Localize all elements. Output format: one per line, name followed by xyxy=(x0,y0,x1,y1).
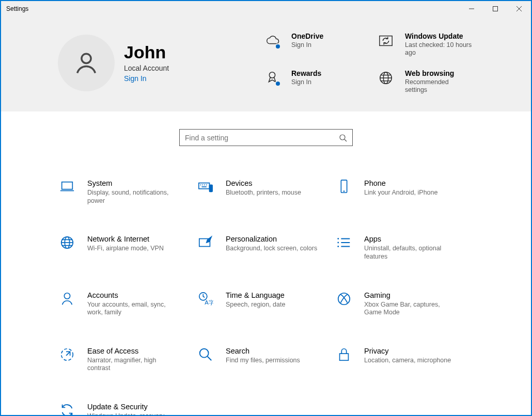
svg-point-6 xyxy=(269,72,275,78)
category-personalization[interactable]: PersonalizationBackground, lock screen, … xyxy=(197,235,335,261)
xbox-icon xyxy=(335,291,353,307)
svg-line-38 xyxy=(66,351,70,356)
tile-subtitle: Sign In xyxy=(291,41,323,49)
category-title: System xyxy=(87,179,180,187)
profile-signin-link[interactable]: Sign In xyxy=(124,74,169,83)
category-phone[interactable]: PhoneLink your Android, iPhone xyxy=(335,179,474,205)
magnifier-icon xyxy=(197,347,214,362)
category-time-language[interactable]: A字 Time & LanguageSpeech, region, date xyxy=(197,291,335,317)
globe-icon xyxy=(58,235,76,250)
tile-subtitle: Recommended settings xyxy=(405,78,472,94)
search-wrapper xyxy=(1,111,531,146)
cloud-icon xyxy=(262,32,282,49)
category-subtitle: Wi-Fi, airplane mode, VPN xyxy=(87,245,164,253)
category-subtitle: Location, camera, microphone xyxy=(364,357,451,365)
profile-subtitle: Local Account xyxy=(124,64,169,72)
header-panel: John Local Account Sign In OneDrive Sign… xyxy=(1,17,531,111)
category-network[interactable]: Network & InternetWi-Fi, airplane mode, … xyxy=(58,235,197,261)
category-subtitle: Link your Android, iPhone xyxy=(364,189,437,197)
tile-title: Windows Update xyxy=(405,32,472,40)
phone-icon xyxy=(335,179,353,195)
window-controls xyxy=(460,1,531,17)
svg-rect-14 xyxy=(199,183,210,189)
minimize-button[interactable] xyxy=(460,1,483,17)
svg-rect-1 xyxy=(493,7,498,11)
category-title: Update & Security xyxy=(87,403,180,411)
lock-icon xyxy=(335,347,353,362)
categories-grid: SystemDisplay, sound, notifications, pow… xyxy=(1,146,531,416)
svg-rect-5 xyxy=(380,36,392,46)
globe-icon xyxy=(376,69,396,86)
sync-icon xyxy=(58,403,76,416)
category-title: Ease of Access xyxy=(87,347,180,355)
titlebar: Settings xyxy=(1,1,531,17)
svg-rect-12 xyxy=(62,182,73,189)
category-subtitle: Narrator, magnifier, high contrast xyxy=(87,357,180,373)
category-update-security[interactable]: Update & SecurityWindows Update, recover… xyxy=(58,403,197,416)
category-title: Network & Internet xyxy=(87,235,164,243)
category-apps[interactable]: AppsUninstall, defaults, optional featur… xyxy=(335,235,474,261)
keyboard-icon xyxy=(197,179,214,195)
tile-title: Web browsing xyxy=(405,69,472,77)
svg-point-10 xyxy=(340,135,345,140)
tile-subtitle: Sign In xyxy=(291,78,321,86)
window-title: Settings xyxy=(1,5,28,12)
search-box[interactable] xyxy=(179,129,353,146)
category-subtitle: Windows Update, recovery, backup xyxy=(87,412,180,416)
category-subtitle: Background, lock screen, colors xyxy=(226,245,317,253)
time-language-icon: A字 xyxy=(197,291,214,307)
category-search[interactable]: SearchFind my files, permissions xyxy=(197,347,335,373)
category-system[interactable]: SystemDisplay, sound, notifications, pow… xyxy=(58,179,197,205)
category-subtitle: Xbox Game Bar, captures, Game Mode xyxy=(364,301,457,317)
profile-name: John xyxy=(124,43,169,62)
avatar xyxy=(58,35,115,91)
close-button[interactable] xyxy=(507,1,531,17)
person-icon xyxy=(73,50,100,76)
search-icon xyxy=(339,134,347,142)
tile-onedrive[interactable]: OneDrive Sign In xyxy=(262,32,371,57)
update-icon xyxy=(376,32,396,49)
tile-title: Rewards xyxy=(291,69,321,77)
category-subtitle: Uninstall, defaults, optional features xyxy=(364,245,457,261)
category-title: Phone xyxy=(364,179,437,187)
svg-text:A字: A字 xyxy=(205,299,213,306)
settings-window: Settings John Local Acco xyxy=(0,0,532,416)
tile-title: OneDrive xyxy=(291,32,323,40)
search-input[interactable] xyxy=(185,134,339,142)
category-title: Gaming xyxy=(364,291,457,299)
svg-point-39 xyxy=(200,349,209,358)
status-tiles: OneDrive Sign In Windows Update Last che… xyxy=(262,32,484,94)
laptop-icon xyxy=(58,179,76,195)
category-devices[interactable]: DevicesBluetooth, printers, mouse xyxy=(197,179,335,205)
category-title: Accounts xyxy=(87,291,180,299)
category-subtitle: Find my files, permissions xyxy=(226,357,300,365)
svg-point-4 xyxy=(82,54,91,63)
svg-rect-20 xyxy=(210,185,213,191)
accessibility-icon xyxy=(58,347,76,362)
category-privacy[interactable]: PrivacyLocation, camera, microphone xyxy=(335,347,474,373)
category-gaming[interactable]: GamingXbox Game Bar, captures, Game Mode xyxy=(335,291,474,317)
rewards-icon xyxy=(262,69,282,86)
category-ease-of-access[interactable]: Ease of AccessNarrator, magnifier, high … xyxy=(58,347,197,373)
tile-web-browsing[interactable]: Web browsing Recommended settings xyxy=(376,69,484,94)
category-title: Search xyxy=(226,347,300,355)
tile-rewards[interactable]: Rewards Sign In xyxy=(262,69,371,94)
category-subtitle: Bluetooth, printers, mouse xyxy=(226,189,301,197)
tile-windows-update[interactable]: Windows Update Last checked: 10 hours ag… xyxy=(376,32,484,57)
svg-point-33 xyxy=(64,293,70,298)
svg-rect-41 xyxy=(340,354,349,360)
category-title: Privacy xyxy=(364,347,451,355)
profile-block: John Local Account Sign In xyxy=(58,32,259,94)
category-title: Personalization xyxy=(226,235,317,243)
person-icon xyxy=(58,291,76,307)
tile-subtitle: Last checked: 10 hours ago xyxy=(405,41,472,57)
svg-line-40 xyxy=(208,357,212,361)
category-subtitle: Speech, region, date xyxy=(226,301,285,309)
category-subtitle: Your accounts, email, sync, work, family xyxy=(87,301,180,317)
category-accounts[interactable]: AccountsYour accounts, email, sync, work… xyxy=(58,291,197,317)
svg-point-36 xyxy=(338,293,350,305)
category-subtitle: Display, sound, notifications, power xyxy=(87,189,180,205)
maximize-button[interactable] xyxy=(483,1,507,17)
brush-icon xyxy=(197,235,214,250)
category-title: Devices xyxy=(226,179,301,187)
